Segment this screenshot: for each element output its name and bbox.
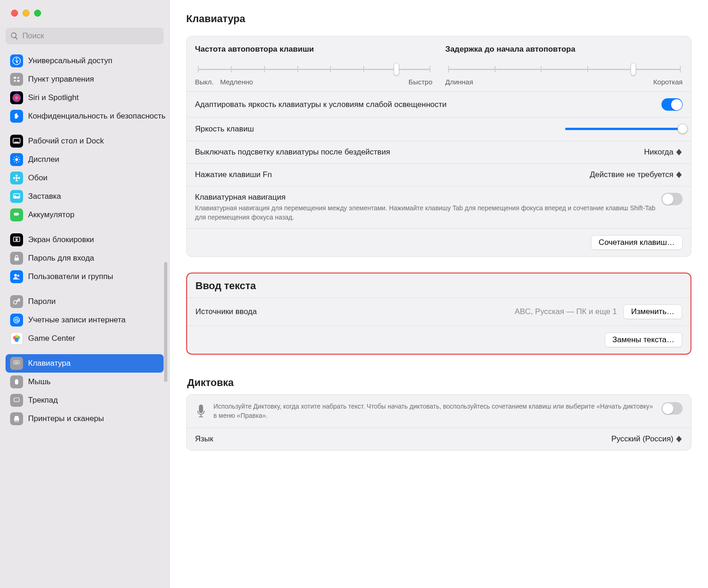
input-sources-label: Источники ввода <box>195 307 257 316</box>
sidebar: Универсальный доступПункт управленияSiri… <box>0 0 170 588</box>
svg-point-9 <box>15 158 18 161</box>
keyboard-shortcuts-button[interactable]: Сочетания клавиш… <box>591 235 683 250</box>
adaptive-brightness-toggle[interactable] <box>661 98 683 111</box>
sidebar-item-control-center[interactable]: Пункт управления <box>6 70 164 89</box>
lock-icon <box>10 252 23 265</box>
sidebar-item-label: Конфиденциальность и безопасность <box>28 112 165 121</box>
key-repeat-delay-label: Задержка до начала автоповтора <box>445 45 683 54</box>
sidebar-item-label: Пароли <box>28 297 56 306</box>
svg-rect-8 <box>14 142 19 143</box>
sidebar-item-label: Заставка <box>28 192 61 201</box>
search-input[interactable] <box>22 31 159 41</box>
sidebar-item-at[interactable]: Учетные записи интернета <box>6 311 164 329</box>
sun-icon <box>10 153 23 166</box>
fn-key-select[interactable]: Действие не требуется <box>590 170 683 179</box>
svg-rect-20 <box>14 258 18 261</box>
minimize-window-button[interactable] <box>23 10 30 17</box>
svg-rect-17 <box>19 214 19 214</box>
svg-rect-34 <box>15 362 18 363</box>
sidebar-item-screensaver[interactable]: Заставка <box>6 187 164 206</box>
svg-point-11 <box>16 175 18 177</box>
search-field[interactable] <box>6 28 164 44</box>
sidebar-item-siri[interactable]: Siri и Spotlight <box>6 89 164 107</box>
text-replacement-button[interactable]: Замены текста… <box>605 333 682 347</box>
dock-icon <box>10 135 23 148</box>
svg-point-14 <box>18 177 20 179</box>
edit-input-sources-button[interactable]: Изменить… <box>623 304 682 319</box>
key-repeat-rate-slider[interactable] <box>198 64 430 74</box>
zoom-window-button[interactable] <box>34 10 41 17</box>
dictation-lang-label: Язык <box>195 434 213 444</box>
key-brightness-slider[interactable] <box>565 124 683 134</box>
sidebar-item-label: Мышь <box>28 377 51 386</box>
sidebar-item-sun[interactable]: Дисплеи <box>6 150 164 169</box>
sidebar-item-battery[interactable]: Аккумулятор <box>6 206 164 224</box>
scrollbar-thumb[interactable] <box>164 262 167 382</box>
siri-icon <box>10 91 23 104</box>
sidebar-item-label: Рабочий стол и Dock <box>28 137 104 146</box>
close-window-button[interactable] <box>11 10 18 17</box>
sidebar-item-lock-screen[interactable]: Экран блокировки <box>6 231 164 249</box>
sidebar-item-label: Универсальный доступ <box>28 56 112 65</box>
svg-rect-4 <box>17 80 20 82</box>
backlight-off-select[interactable]: Никогда <box>644 148 683 157</box>
text-input-title: Ввод текста <box>187 273 690 297</box>
sidebar-item-accessibility[interactable]: Универсальный доступ <box>6 52 164 70</box>
microphone-icon <box>195 403 207 420</box>
svg-rect-32 <box>17 362 17 362</box>
chevron-up-down-icon <box>676 170 683 179</box>
lock-screen-icon <box>10 233 23 246</box>
svg-rect-35 <box>15 379 18 385</box>
sidebar-nav[interactable]: Универсальный доступПункт управленияSiri… <box>0 50 169 588</box>
chevron-up-down-icon <box>676 148 683 157</box>
users-icon <box>10 270 23 283</box>
svg-point-1 <box>16 58 18 59</box>
key-icon <box>10 295 23 308</box>
input-sources-value: ABC, Русская — ПК и еще 1 <box>514 307 617 316</box>
dictation-lang-select[interactable]: Русский (Россия) <box>611 434 683 444</box>
accessibility-icon <box>10 54 23 67</box>
slider-label-off: Выкл. <box>195 78 213 86</box>
dictation-title: Диктовка <box>186 370 691 394</box>
sidebar-item-game-center[interactable]: Game Center <box>6 329 164 348</box>
svg-point-3 <box>18 77 19 79</box>
keyboard-nav-toggle[interactable] <box>661 193 683 205</box>
sidebar-item-lock[interactable]: Пароль для входа <box>6 249 164 267</box>
svg-point-21 <box>14 274 17 277</box>
hand-icon <box>10 110 23 123</box>
sidebar-item-flower[interactable]: Обои <box>6 169 164 187</box>
keyboard-nav-desc: Клавиатурная навигация для перемещения м… <box>195 204 661 222</box>
dictation-card: Используйте Диктовку, когда хотите набра… <box>186 394 691 451</box>
game-center-icon <box>10 332 23 345</box>
sidebar-item-printer[interactable]: Принтеры и сканеры <box>6 410 164 428</box>
fn-key-label: Нажатие клавиши Fn <box>195 170 272 179</box>
mouse-icon <box>10 375 23 388</box>
key-repeat-rate-label: Частота автоповтора клавиши <box>195 45 432 54</box>
key-repeat-delay-slider[interactable] <box>448 64 680 74</box>
svg-point-28 <box>15 335 18 338</box>
sidebar-item-mouse[interactable]: Мышь <box>6 373 164 391</box>
svg-point-27 <box>15 338 18 342</box>
svg-rect-33 <box>18 362 18 362</box>
svg-point-13 <box>13 177 16 179</box>
sidebar-item-trackpad[interactable]: Трекпад <box>6 391 164 410</box>
sidebar-item-label: Аккумулятор <box>28 210 74 220</box>
sidebar-item-dock[interactable]: Рабочий стол и Dock <box>6 132 164 150</box>
svg-point-5 <box>14 80 16 82</box>
dictation-lang-value: Русский (Россия) <box>611 434 673 444</box>
sidebar-item-label: Пользователи и группы <box>28 272 113 281</box>
sidebar-item-label: Пароль для входа <box>28 254 94 263</box>
sidebar-item-label: Экран блокировки <box>28 235 94 244</box>
text-input-card: Ввод текста Источники ввода ABC, Русская… <box>186 273 691 355</box>
svg-rect-38 <box>15 416 18 418</box>
sidebar-item-keyboard[interactable]: Клавиатура <box>6 354 164 373</box>
dictation-toggle[interactable] <box>661 402 683 415</box>
adaptive-brightness-label: Адаптировать яркость клавиатуры к услови… <box>195 100 447 109</box>
svg-point-12 <box>16 179 18 182</box>
sidebar-item-key[interactable]: Пароли <box>6 292 164 311</box>
svg-point-24 <box>15 319 18 321</box>
control-center-icon <box>10 73 23 86</box>
sidebar-item-label: Siri и Spotlight <box>28 93 79 102</box>
sidebar-item-hand[interactable]: Конфиденциальность и безопасность <box>6 107 164 125</box>
sidebar-item-users[interactable]: Пользователи и группы <box>6 267 164 286</box>
